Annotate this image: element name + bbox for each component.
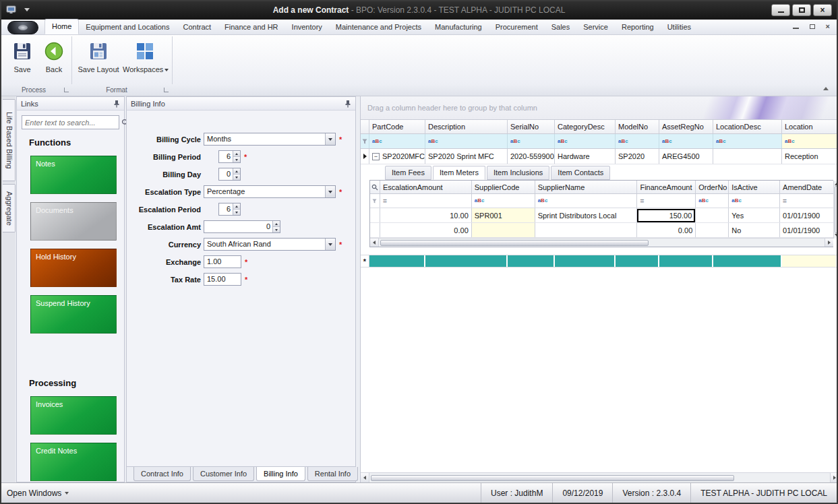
- cell-escalationamount[interactable]: 10.00: [380, 208, 472, 222]
- new-cell-modelno[interactable]: [616, 255, 659, 267]
- new-cell-serialno[interactable]: [508, 255, 555, 267]
- column-header-isactive[interactable]: IsActive: [729, 181, 780, 193]
- ribbon-tab-home[interactable]: Home: [44, 19, 79, 34]
- new-cell-description[interactable]: [425, 255, 508, 267]
- minimize-button[interactable]: [771, 4, 790, 16]
- grid-new-row[interactable]: *: [361, 255, 838, 267]
- scrollbar-thumb[interactable]: [371, 475, 734, 481]
- exchange-field[interactable]: 1.00: [204, 255, 241, 268]
- filter-cell-suppliername[interactable]: aBc: [535, 194, 638, 208]
- spin-up-icon[interactable]: [233, 151, 240, 156]
- billing-cycle-combo[interactable]: Months: [204, 133, 336, 146]
- spin-up-icon[interactable]: [233, 203, 240, 209]
- cell-description[interactable]: SP2020 Sprint MFC: [425, 149, 508, 164]
- tab-item-fees[interactable]: Item Fees: [385, 166, 431, 180]
- cell-location[interactable]: Reception: [782, 149, 837, 164]
- cell-locationdesc[interactable]: [713, 149, 782, 164]
- ribbon-tab-equipment-and-locations[interactable]: Equipment and Locations: [79, 20, 176, 34]
- scroll-right-icon[interactable]: [830, 473, 838, 482]
- tab-item-meters[interactable]: Item Meters: [433, 166, 485, 180]
- cell-suppliercode[interactable]: [472, 223, 535, 237]
- ribbon-tab-inventory[interactable]: Inventory: [285, 20, 329, 34]
- ribbon-tab-finance-and-hr[interactable]: Finance and HR: [218, 20, 285, 34]
- suspend-history-tile-button[interactable]: Suspend History: [30, 295, 117, 334]
- tab-billing-info[interactable]: Billing Info: [256, 467, 305, 481]
- dropdown-arrow-icon[interactable]: [325, 239, 335, 250]
- ribbon-tab-reporting[interactable]: Reporting: [615, 20, 661, 34]
- tab-item-contacts[interactable]: Item Contacts: [551, 166, 610, 180]
- dropdown-arrow-icon[interactable]: [325, 133, 335, 145]
- column-header-escalationamount[interactable]: EscalationAmount: [380, 181, 472, 193]
- maximize-button[interactable]: [792, 4, 811, 16]
- column-header-assetregno[interactable]: AssetRegNo: [659, 120, 713, 133]
- save-layout-button[interactable]: Save Layout: [77, 38, 120, 73]
- escalation-period-spinner[interactable]: 6: [218, 203, 241, 216]
- column-header-serialno[interactable]: SerialNo: [508, 120, 555, 133]
- tab-customer-info[interactable]: Customer Info: [193, 467, 254, 481]
- filter-cell-locationdesc[interactable]: aBc: [713, 134, 782, 148]
- cell-orderno[interactable]: [696, 208, 729, 222]
- cell-financeamount[interactable]: 150.00: [637, 208, 696, 222]
- column-header-partcode[interactable]: PartCode: [369, 120, 425, 133]
- detail-search-icon[interactable]: [370, 181, 380, 193]
- pin-icon[interactable]: [345, 100, 351, 108]
- workspaces-button[interactable]: Workspaces: [123, 38, 167, 73]
- notes-tile-button[interactable]: Notes: [30, 156, 117, 194]
- escalation-amt-spinner[interactable]: 0: [204, 220, 280, 233]
- ribbon-tab-sales[interactable]: Sales: [545, 20, 577, 34]
- dock-tab-aggregate[interactable]: Aggregate: [3, 184, 16, 232]
- back-button[interactable]: Back: [38, 38, 69, 73]
- scroll-right-icon[interactable]: [825, 239, 833, 247]
- cell-isactive[interactable]: Yes: [729, 208, 780, 222]
- cell-suppliercode[interactable]: SPR001: [472, 208, 535, 222]
- dropdown-arrow-icon[interactable]: [325, 186, 335, 197]
- column-header-locationdesc[interactable]: LocationDesc: [713, 120, 782, 133]
- cell-amenddate[interactable]: 01/01/1900: [780, 208, 833, 222]
- billing-period-spinner[interactable]: 6: [218, 150, 241, 163]
- filter-cell-orderno[interactable]: aBc: [696, 194, 729, 208]
- column-header-amenddate[interactable]: AmendDate: [780, 181, 833, 193]
- column-header-modelno[interactable]: ModelNo: [616, 120, 659, 133]
- tax-rate-field[interactable]: 15.00: [204, 273, 241, 286]
- cell-assetregno[interactable]: AREG4500: [659, 149, 713, 164]
- filter-cell-partcode[interactable]: aBc: [369, 134, 425, 148]
- filter-cell-amenddate[interactable]: =: [780, 194, 833, 208]
- filter-cell-assetregno[interactable]: aBc: [659, 134, 713, 148]
- scroll-left-icon[interactable]: [370, 239, 379, 247]
- filter-cell-isactive[interactable]: aBc: [729, 194, 780, 208]
- ribbon-tab-utilities[interactable]: Utilities: [661, 20, 698, 34]
- ribbon-tab-manufacturing[interactable]: Manufacturing: [428, 20, 489, 34]
- invoices-tile-button[interactable]: Invoices: [30, 396, 117, 435]
- collapse-ribbon-icon[interactable]: [823, 87, 829, 90]
- tab-rental-info[interactable]: Rental Info: [307, 467, 358, 481]
- ribbon-tab-procurement[interactable]: Procurement: [489, 20, 545, 34]
- escalation-type-combo[interactable]: Percentage: [204, 185, 336, 198]
- grid-data-row[interactable]: −SP2020MFC SP2020 Sprint MFC 2020-559900…: [361, 149, 838, 164]
- column-header-financeamount[interactable]: FinanceAmount: [637, 181, 696, 193]
- currency-combo[interactable]: South African Rand: [204, 238, 336, 251]
- cell-suppliername[interactable]: Sprint Distributors Local: [535, 208, 638, 222]
- cell-modelno[interactable]: SP2020: [616, 149, 659, 164]
- cell-escalationamount[interactable]: 0.00: [380, 223, 472, 237]
- group-by-band[interactable]: Drag a column header here to group by th…: [361, 96, 838, 120]
- filter-cell-description[interactable]: aBc: [425, 134, 508, 148]
- cell-categorydesc[interactable]: Hardware: [555, 149, 616, 164]
- new-cell-location[interactable]: [782, 255, 837, 267]
- links-search-input[interactable]: [25, 119, 121, 127]
- mdi-close-icon[interactable]: ×: [826, 23, 830, 30]
- tab-item-inclusions[interactable]: Item Inclusions: [487, 166, 549, 180]
- cell-suppliername[interactable]: [535, 223, 638, 237]
- grid-horizontal-scrollbar[interactable]: [361, 472, 838, 482]
- spin-up-icon[interactable]: [273, 221, 280, 226]
- ribbon-tab-contract[interactable]: Contract: [177, 20, 218, 34]
- process-group-launcher-icon[interactable]: [64, 88, 69, 92]
- cell-orderno[interactable]: [696, 223, 729, 237]
- column-header-location[interactable]: Location: [782, 120, 837, 133]
- column-header-orderno[interactable]: OrderNo: [696, 181, 729, 193]
- pin-icon[interactable]: [113, 100, 120, 108]
- detail-vertical-scrollbar[interactable]: [833, 181, 838, 239]
- new-cell-locationdesc[interactable]: [713, 255, 782, 267]
- open-windows-button[interactable]: Open Windows: [1, 489, 69, 498]
- cell-serialno[interactable]: 2020-559900: [508, 149, 555, 164]
- cell-financeamount[interactable]: 0.00: [637, 223, 696, 237]
